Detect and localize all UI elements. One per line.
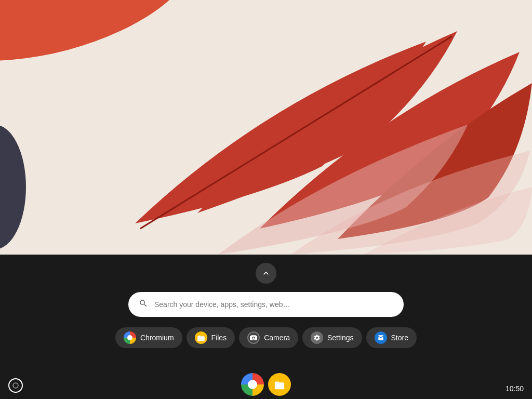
chromium-icon — [124, 331, 136, 344]
system-tray-left — [8, 378, 23, 393]
app-chip-camera[interactable]: Camera — [239, 327, 298, 348]
search-bar — [128, 292, 404, 317]
files-icon — [195, 331, 207, 344]
svg-point-2 — [13, 383, 18, 388]
search-icon — [139, 299, 148, 311]
svg-point-1 — [0, 125, 26, 249]
app-chip-settings[interactable]: Settings — [302, 327, 362, 348]
store-icon — [375, 331, 387, 344]
wallpaper — [0, 0, 532, 255]
camera-label: Camera — [264, 334, 290, 342]
app-chip-store[interactable]: Store — [366, 327, 417, 348]
store-label: Store — [391, 334, 408, 342]
search-input[interactable] — [154, 300, 393, 309]
launcher: Chromium Files Camera — [0, 255, 532, 399]
svg-point-0 — [0, 0, 209, 87]
files-label: Files — [211, 334, 227, 342]
app-chip-chromium[interactable]: Chromium — [115, 327, 182, 348]
app-chip-files[interactable]: Files — [187, 327, 235, 348]
settings-label: Settings — [327, 334, 354, 342]
clock: 10:50 — [506, 384, 524, 393]
taskbar-files-icon[interactable] — [268, 373, 291, 396]
taskbar-chromium-icon[interactable] — [241, 373, 264, 396]
settings-icon — [311, 331, 323, 344]
taskbar-center — [241, 373, 291, 396]
taskbar: 10:50 — [0, 370, 532, 399]
tray-circle-button[interactable] — [8, 378, 23, 393]
app-shortcuts: Chromium Files Camera — [115, 327, 417, 348]
status-area[interactable]: 10:50 — [506, 384, 524, 393]
launcher-chevron-button[interactable] — [256, 263, 276, 284]
chromium-label: Chromium — [140, 334, 174, 342]
camera-icon — [247, 331, 260, 344]
